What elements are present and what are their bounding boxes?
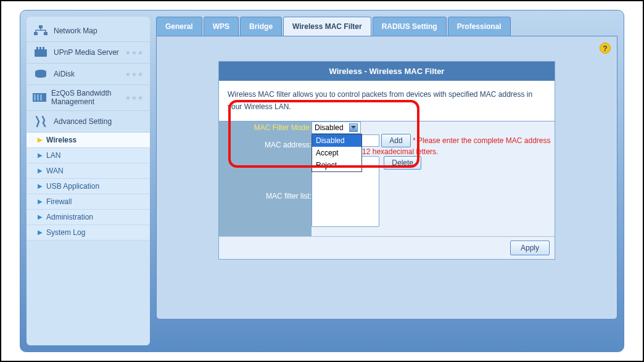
arrow-icon: ▶ [38,136,43,143]
disk-icon [33,67,49,81]
mode-option-disabled[interactable]: Disabled [312,134,361,147]
sidebar-sub-syslog[interactable]: ▶System Log [27,225,150,241]
mode-value: Disabled [315,123,344,132]
rating-icon: ★★★ [125,71,144,78]
sidebar-sub-label: WAN [46,167,64,175]
mode-option-accept[interactable]: Accept [312,147,361,159]
sidebar-item-upnp[interactable]: UPnP Media Server ★★★ [27,42,150,64]
sidebar-sub-label: USB Application [46,182,99,191]
sidebar-sub-wireless[interactable]: ▶Wireless [27,133,150,148]
sidebar-sub-admin[interactable]: ▶Administration [27,210,150,225]
sidebar-item-aidisk[interactable]: AiDisk ★★★ [27,64,150,85]
rating-icon: ★★★ [125,49,144,56]
svg-rect-9 [34,94,36,101]
tab-radius[interactable]: RADIUS Setting [373,17,447,36]
mode-label: MAC Filter Mode: [219,121,312,134]
sidebar-item-network-map[interactable]: Network Map [27,20,150,42]
content-panel: ? Wireless - Wireless MAC Filter Wireles… [156,36,617,319]
arrow-icon: ▶ [38,198,43,205]
arrow-icon: ▶ [38,183,43,189]
card-title: Wireless - Wireless MAC Filter [219,62,555,81]
sidebar: Network Map UPnP Media Server ★★★ AiDisk… [27,17,150,345]
svg-rect-2 [44,32,47,35]
sidebar-label: EzQoS Bandwidth Management [51,89,125,107]
mode-dropdown-field[interactable]: Disabled [312,121,361,134]
sidebar-sub-label: Firewall [46,197,72,206]
svg-rect-6 [43,47,44,49]
tab-mac-filter[interactable]: Wireless MAC Filter [283,17,371,36]
tab-general[interactable]: General [156,17,202,36]
svg-rect-10 [37,94,39,101]
sidebar-sub-lan[interactable]: ▶LAN [27,148,150,163]
delete-button[interactable]: Delete [384,156,421,170]
sidebar-label: AiDisk [54,70,75,78]
svg-rect-4 [36,47,38,49]
mode-dropdown[interactable]: Disabled Disabled Accept Reject [312,121,361,134]
sidebar-item-advanced[interactable]: Advanced Setting [27,111,150,133]
sidebar-item-ezqos[interactable]: EzQoS Bandwidth Management ★★★ [27,85,150,111]
address-label: MAC address: [219,134,312,156]
app-frame: Network Map UPnP Media Server ★★★ AiDisk… [0,0,644,362]
chevron-down-icon [349,123,358,132]
sidebar-sub-firewall[interactable]: ▶Firewall [27,194,150,210]
svg-rect-11 [40,94,42,101]
svg-rect-1 [34,32,38,35]
sidebar-sub-label: LAN [46,151,60,160]
network-icon [33,24,49,38]
arrow-icon: ▶ [38,229,43,236]
arrow-icon: ▶ [38,167,43,174]
sidebar-sub-usb[interactable]: ▶USB Application [27,179,150,194]
tools-icon [33,115,49,128]
apply-button[interactable]: Apply [510,241,550,255]
main-content: General WPS Bridge Wireless MAC Filter R… [156,17,617,345]
sidebar-label: UPnP Media Server [54,48,119,57]
settings-card: Wireless - Wireless MAC Filter Wireless … [218,61,555,260]
arrow-icon: ▶ [38,213,43,220]
app-panel: Network Map UPnP Media Server ★★★ AiDisk… [20,10,624,352]
svg-rect-5 [39,47,41,49]
list-label: MAC filter list: [219,156,312,236]
svg-rect-3 [35,49,47,57]
sidebar-sub-label: System Log [46,228,85,237]
media-icon [33,46,49,59]
mode-option-reject[interactable]: Reject [312,159,361,171]
sidebar-label: Network Map [54,27,97,35]
tab-professional[interactable]: Professional [448,17,511,36]
help-icon[interactable]: ? [600,43,611,54]
sidebar-sub-label: Administration [46,213,93,221]
card-description: Wireless MAC filter allows you to contro… [219,81,555,121]
svg-rect-0 [39,25,43,28]
sidebar-sub-wan[interactable]: ▶WAN [27,163,150,179]
mode-dropdown-list: Disabled Accept Reject [312,134,362,172]
tab-bar: General WPS Bridge Wireless MAC Filter R… [156,17,617,36]
qos-icon [33,91,46,104]
sidebar-label: Advanced Setting [54,117,112,126]
rating-icon: ★★★ [125,94,144,101]
add-button[interactable]: Add [381,134,410,147]
arrow-icon: ▶ [38,152,43,158]
sidebar-sub-label: Wireless [46,136,76,144]
tab-bridge[interactable]: Bridge [240,17,282,36]
tab-wps[interactable]: WPS [204,17,239,36]
